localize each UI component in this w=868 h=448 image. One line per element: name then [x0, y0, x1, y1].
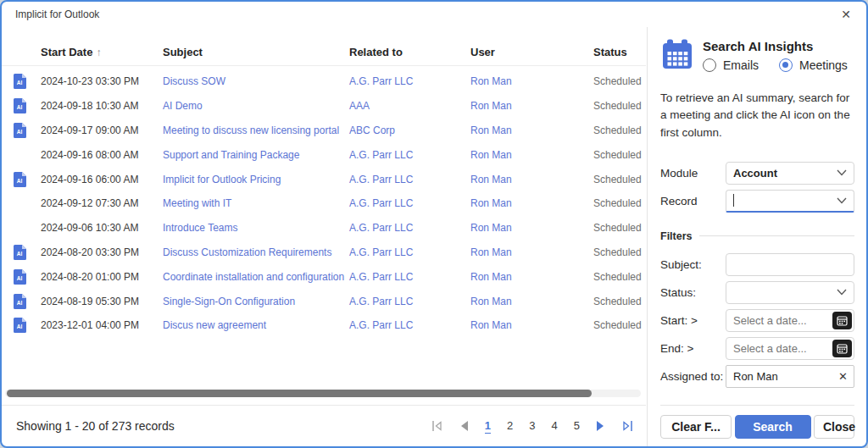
table-row[interactable]: AI 2024-09-12 07:30 AM Meeting with IT A… [2, 191, 646, 216]
status-filter-select[interactable] [726, 281, 854, 304]
ai-icon-cell[interactable]: AI [12, 147, 41, 163]
row-user-link[interactable]: Ron Man [470, 222, 512, 234]
row-related-link[interactable]: AAA [349, 100, 370, 112]
page-number-4[interactable]: 4 [552, 419, 558, 434]
row-related-link[interactable]: A.G. Parr LLC [349, 319, 413, 331]
header-status[interactable]: Status [593, 46, 646, 58]
ai-icon-cell[interactable]: AI [12, 269, 41, 285]
table-row[interactable]: AI 2024-10-23 03:30 PM Discuss SOW A.G. … [2, 69, 646, 94]
row-subject-link[interactable]: Coordinate installation and configuratio… [163, 271, 344, 283]
page-number-2[interactable]: 2 [507, 419, 513, 434]
row-subject-link[interactable]: Support and Training Package [163, 149, 299, 161]
subject-filter-field[interactable] [726, 253, 854, 276]
record-combobox[interactable] [726, 190, 854, 213]
ai-icon-cell[interactable]: AI [12, 98, 41, 113]
row-subject-link[interactable]: AI Demo [163, 100, 203, 112]
row-subject-link[interactable]: Discuss Customization Requirements [163, 246, 331, 258]
horizontal-scrollbar[interactable] [5, 390, 641, 397]
table-row[interactable]: AI 2024-08-20 01:00 PM Coordinate instal… [2, 264, 646, 289]
end-date-picker-button[interactable] [832, 340, 852, 357]
row-user-link[interactable]: Ron Man [470, 246, 512, 258]
row-user-link[interactable]: Ron Man [470, 124, 512, 136]
assigned-to-input[interactable] [733, 366, 847, 387]
row-user-link[interactable]: Ron Man [470, 296, 512, 307]
last-page-icon[interactable] [621, 420, 634, 432]
start-date-picker-button[interactable] [832, 312, 852, 329]
table-row[interactable]: AI 2024-09-16 08:00 AM Support and Train… [2, 142, 646, 167]
table-row[interactable]: AI 2024-09-18 10:30 AM AI Demo AAA Ron M… [2, 94, 646, 119]
ai-icon-cell[interactable]: AI [12, 123, 41, 138]
ai-icon-cell[interactable]: AI [12, 172, 41, 187]
row-related-link[interactable]: A.G. Parr LLC [349, 271, 413, 283]
ai-icon-cell[interactable]: AI [12, 294, 41, 309]
row-start-date: 2024-08-20 03:30 PM [41, 246, 163, 258]
row-user-link[interactable]: Ron Man [470, 271, 512, 283]
meetings-radio[interactable] [779, 58, 793, 72]
header-user[interactable]: User [470, 46, 593, 58]
clear-filters-button[interactable]: Clear F... [660, 415, 732, 439]
row-user-link[interactable]: Ron Man [470, 100, 512, 112]
clear-assigned-icon[interactable]: ✕ [838, 370, 848, 383]
search-button[interactable]: Search [735, 415, 811, 439]
row-user-link[interactable]: Ron Man [470, 75, 512, 87]
row-status: Scheduled [593, 174, 646, 185]
close-button[interactable]: Close [814, 415, 854, 439]
row-related-link[interactable]: A.G. Parr LLC [349, 75, 413, 87]
ai-document-icon: AI [14, 74, 26, 89]
end-date-field[interactable] [726, 337, 854, 360]
row-related-link[interactable]: A.G. Parr LLC [349, 296, 413, 307]
meetings-radio-label[interactable]: Meetings [799, 58, 848, 72]
row-subject-link[interactable]: Implicit for Outlook Pricing [163, 174, 281, 185]
row-user-link[interactable]: Ron Man [470, 319, 512, 331]
ai-icon-cell[interactable]: AI [12, 196, 41, 211]
ai-icon-cell[interactable]: AI [12, 74, 41, 89]
row-subject-link[interactable]: Single-Sign-On Configuration [163, 296, 295, 307]
previous-page-icon[interactable] [459, 420, 469, 432]
row-user-link[interactable]: Ron Man [470, 197, 512, 209]
row-related-link[interactable]: A.G. Parr LLC [349, 197, 413, 209]
table-row[interactable]: AI 2024-09-17 09:00 AM Meeting to discus… [2, 119, 646, 143]
first-page-icon[interactable] [431, 420, 443, 432]
ai-icon-cell[interactable]: AI [12, 318, 41, 333]
table-row[interactable]: AI 2023-12-01 04:00 PM Discus new agreem… [2, 313, 646, 338]
row-user-link[interactable]: Ron Man [470, 174, 512, 185]
row-subject-link[interactable]: Meeting to discuss new licensing portal [163, 124, 339, 136]
table-row[interactable]: AI 2024-09-16 06:00 AM Implicit for Outl… [2, 167, 646, 191]
row-subject-link[interactable]: Discuss SOW [163, 75, 225, 87]
svg-text:AI: AI [17, 80, 23, 86]
row-subject-link[interactable]: Discus new agreement [163, 319, 266, 331]
header-subject[interactable]: Subject [163, 46, 349, 58]
module-label: Module [660, 167, 726, 180]
header-start-date[interactable]: Start Date↑ [41, 46, 163, 58]
module-select[interactable]: Account [726, 162, 854, 185]
ai-icon-cell[interactable]: AI [12, 220, 41, 235]
sort-ascending-icon[interactable]: ↑ [96, 47, 101, 58]
close-icon[interactable]: ✕ [837, 6, 854, 23]
row-related-link[interactable]: A.G. Parr LLC [349, 149, 413, 161]
table-row[interactable]: AI 2024-08-19 05:30 PM Single-Sign-On Co… [2, 289, 646, 313]
ai-icon-cell[interactable]: AI [12, 245, 41, 260]
assigned-to-field[interactable]: ✕ [726, 365, 854, 388]
row-related-link[interactable]: A.G. Parr LLC [349, 174, 413, 185]
subject-input[interactable] [733, 254, 847, 275]
page-number-3[interactable]: 3 [529, 419, 535, 434]
page-number-5[interactable]: 5 [574, 419, 580, 434]
row-related-link[interactable]: A.G. Parr LLC [349, 246, 413, 258]
table-row[interactable]: AI 2024-08-20 03:30 PM Discuss Customiza… [2, 241, 646, 265]
table-row[interactable]: AI 2024-09-06 10:30 AM Introduce Teams A… [2, 216, 646, 241]
emails-radio[interactable] [703, 58, 716, 72]
row-related-link[interactable]: ABC Corp [349, 124, 395, 136]
next-page-icon[interactable] [596, 420, 605, 432]
page-number-1[interactable]: 1 [485, 419, 491, 434]
ai-document-icon: AI [14, 269, 26, 285]
start-date-field[interactable] [726, 309, 854, 332]
row-subject-link[interactable]: Introduce Teams [163, 222, 238, 234]
header-related-to[interactable]: Related to [349, 46, 470, 58]
row-subject-link[interactable]: Meeting with IT [163, 197, 231, 209]
start-date-input[interactable] [733, 310, 847, 331]
emails-radio-label[interactable]: Emails [723, 58, 759, 72]
row-related-link[interactable]: A.G. Parr LLC [349, 222, 413, 234]
scrollbar-thumb[interactable] [7, 390, 592, 397]
row-user-link[interactable]: Ron Man [470, 149, 512, 161]
end-date-input[interactable] [733, 338, 847, 359]
